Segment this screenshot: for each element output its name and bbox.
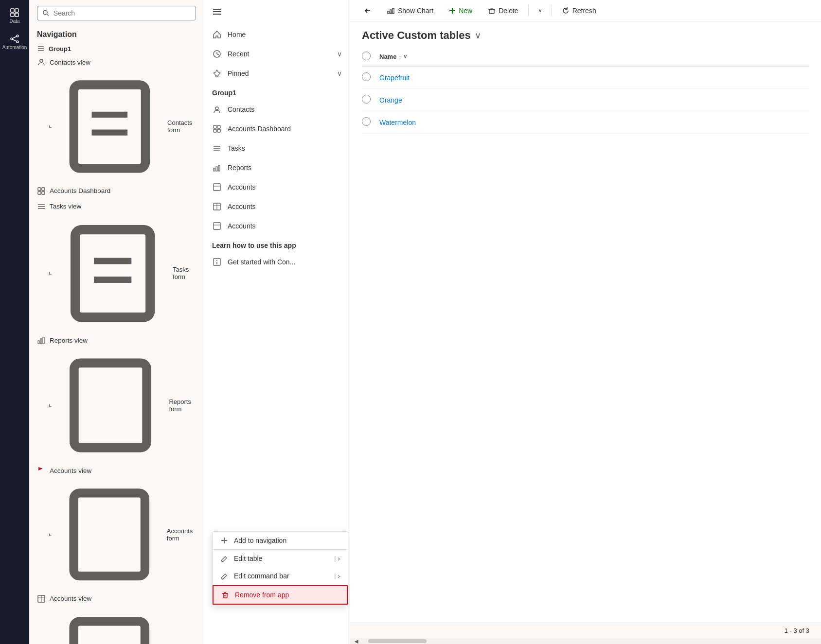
edit-table-sub-arrow: | ›: [334, 555, 340, 562]
menu-item-pinned[interactable]: Pinned ∨: [204, 64, 350, 83]
group-icon: [37, 45, 45, 52]
main-content: Show Chart New Delete ∨ Re: [350, 0, 821, 644]
more-options-button[interactable]: ∨: [533, 5, 548, 16]
menu-item-reports[interactable]: Reports: [204, 158, 350, 177]
group1-label: Group1: [29, 41, 204, 54]
row-link-orange[interactable]: Orange: [379, 96, 402, 104]
edit-command-bar-sub-arrow: | ›: [334, 572, 340, 580]
svg-rect-62: [218, 165, 220, 171]
header-checkbox[interactable]: [362, 52, 374, 62]
sub-arrow-icon2: [49, 271, 53, 276]
svg-rect-63: [214, 184, 220, 191]
menu-item-contacts[interactable]: Contacts: [204, 100, 350, 119]
menu-item-accounts-1[interactable]: Accounts: [204, 177, 350, 197]
back-arrow-icon: [364, 7, 372, 15]
menu-item-home[interactable]: Home: [204, 25, 350, 44]
nav-item-contacts-form[interactable]: Contacts form: [29, 70, 204, 183]
person-icon: [37, 58, 46, 67]
svg-rect-1: [15, 9, 18, 12]
menu-item-tasks[interactable]: Tasks: [204, 139, 350, 158]
scroll-left-button[interactable]: ◄: [350, 638, 362, 644]
menu-item-recent[interactable]: Recent ∨: [204, 44, 350, 64]
clock-icon: [212, 49, 222, 59]
svg-line-10: [47, 14, 49, 16]
dashboard-icon: [37, 187, 46, 195]
menu-item-get-started[interactable]: Get started with Con...: [204, 252, 350, 272]
form-icon2: [56, 217, 169, 330]
nav-item-accounts-view-1[interactable]: Accounts view: [29, 463, 204, 478]
search-input[interactable]: [54, 9, 191, 17]
table-row[interactable]: Grapefruit: [362, 67, 809, 89]
show-chart-button[interactable]: Show Chart: [381, 4, 439, 17]
pencil-icon: [220, 555, 228, 562]
svg-line-51: [217, 54, 219, 55]
plus-icon2: [449, 7, 456, 14]
back-button[interactable]: [358, 4, 377, 17]
table-row[interactable]: Watermelon: [362, 111, 809, 134]
nav-item-reports-view[interactable]: Reports view: [29, 332, 204, 348]
svg-line-8: [13, 39, 17, 41]
svg-rect-85: [393, 8, 394, 14]
context-menu-add-to-nav[interactable]: Add to navigation: [213, 532, 348, 549]
table-row[interactable]: Orange: [362, 89, 809, 111]
menu-item-accounts-dashboard[interactable]: Accounts Dashboard: [204, 119, 350, 139]
title-chevron-icon[interactable]: ∨: [475, 30, 481, 41]
scrollbar-thumb[interactable]: [368, 639, 427, 643]
search-icon: [42, 9, 50, 17]
svg-rect-56: [217, 129, 220, 132]
hamburger-button[interactable]: [204, 0, 350, 25]
list-icon: [37, 202, 46, 211]
new-button[interactable]: New: [443, 4, 478, 17]
nav-item-tasks-view[interactable]: Tasks view: [29, 199, 204, 214]
nav-item-tasks-form[interactable]: Tasks form: [29, 214, 204, 332]
svg-rect-19: [42, 188, 45, 191]
nav-item-accounts-view-2[interactable]: Accounts view: [29, 591, 204, 607]
horizontal-scrollbar[interactable]: ◄: [350, 638, 821, 644]
svg-rect-84: [390, 10, 392, 14]
trash-icon: [221, 591, 229, 599]
svg-rect-28: [38, 341, 39, 344]
sort-chevron: ∨: [403, 53, 407, 60]
menu-item-accounts-3[interactable]: Accounts: [204, 216, 350, 236]
chart-icon2: [387, 7, 395, 15]
form-icon: [56, 73, 163, 180]
nav-item-contacts-view[interactable]: Contacts view: [29, 54, 204, 70]
get-started-icon: [212, 257, 222, 267]
row-link-grapefruit[interactable]: Grapefruit: [379, 74, 410, 82]
delete-button[interactable]: Delete: [482, 4, 524, 17]
accounts3-icon: [212, 221, 222, 231]
form-icon3: [56, 351, 165, 460]
row-checkbox-grapefruit[interactable]: [362, 72, 374, 83]
toolbar-divider2: [552, 5, 552, 17]
select-all-checkbox[interactable]: [362, 52, 371, 60]
context-menu-edit-command-bar[interactable]: Edit command bar | ›: [213, 567, 348, 585]
row-link-watermelon[interactable]: Watermelon: [379, 119, 416, 126]
sub-arrow-icon: [49, 124, 52, 129]
refresh-button[interactable]: Refresh: [556, 4, 602, 17]
dashboard-icon2: [212, 124, 222, 134]
nav-item-reports-form[interactable]: Reports form: [29, 348, 204, 463]
row-checkbox-orange[interactable]: [362, 95, 374, 105]
menu-item-accounts-2[interactable]: Accounts: [204, 197, 350, 216]
context-menu-remove-from-app[interactable]: Remove from app: [213, 585, 348, 605]
sidebar-item-automation[interactable]: Automation: [4, 31, 25, 52]
svg-rect-2: [11, 13, 14, 17]
toolbar-divider: [528, 5, 529, 17]
svg-rect-25: [75, 229, 150, 317]
search-bar[interactable]: [37, 6, 196, 20]
accounts2-icon: [212, 202, 222, 211]
menu-group1-label: Group1: [204, 83, 350, 100]
context-menu-edit-table[interactable]: Edit table | ›: [213, 550, 348, 567]
sidebar-item-data[interactable]: Data: [4, 5, 25, 26]
chevron-down-icon: ∨: [337, 50, 342, 58]
svg-rect-77: [223, 593, 227, 598]
toolbar: Show Chart New Delete ∨ Re: [350, 0, 821, 21]
nav-item-accounts-dashboard[interactable]: Accounts Dashboard: [29, 183, 204, 199]
name-column-header[interactable]: Name ↑ ∨: [379, 53, 407, 60]
nav-item-accounts-form-1[interactable]: Accounts form: [29, 478, 204, 591]
sub-arrow-icon4: [49, 532, 52, 537]
svg-rect-15: [74, 85, 145, 169]
row-checkbox-watermelon[interactable]: [362, 117, 374, 127]
svg-rect-21: [42, 191, 45, 194]
nav-item-accounts-form-2[interactable]: Accounts form: [29, 607, 204, 644]
